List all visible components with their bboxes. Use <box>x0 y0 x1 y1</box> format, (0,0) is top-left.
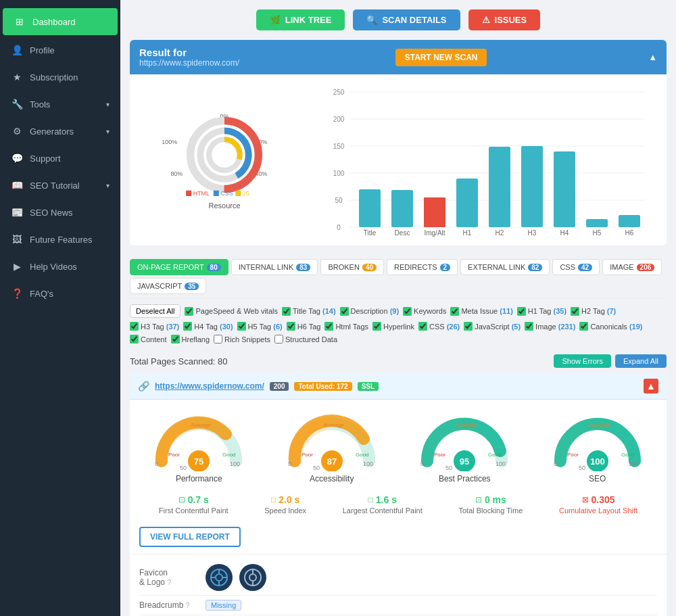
sidebar-item-dashboard[interactable]: ⊞ Dashboard <box>3 8 118 35</box>
result-title: Result for <box>139 47 239 58</box>
lcp-label: Largest Contentful Paint <box>343 506 422 515</box>
filter-description[interactable]: Description (9) <box>340 307 400 316</box>
favicon-help-icon[interactable]: ? <box>167 579 171 586</box>
best-practices-gauge: Poor Avarage Good 0 50 100 95 <box>417 410 512 471</box>
svg-text:75: 75 <box>194 456 203 467</box>
expand-all-button[interactable]: Expand All <box>615 354 667 368</box>
svg-rect-31 <box>391 190 413 227</box>
scan-icon: 🔍 <box>366 15 377 25</box>
filter-html-tags[interactable]: Html Tags <box>324 322 368 331</box>
filter-h3-tag[interactable]: H3 Tag (37) <box>130 322 179 331</box>
si-label: Speed Index <box>264 506 306 515</box>
filter-javascript[interactable]: JavaScript (5) <box>464 322 521 331</box>
chevron-down-icon: ▾ <box>106 128 110 135</box>
tab-redirects[interactable]: REDIRECTS 2 <box>387 259 458 275</box>
warning-icon: ⚠ <box>482 15 490 25</box>
sidebar-item-help-videos[interactable]: ▶ Help Videos <box>0 253 120 280</box>
collapse-icon[interactable]: ▲ <box>648 52 657 62</box>
view-full-report-button[interactable]: VIEW FULL REPORT <box>139 527 241 547</box>
filter-h5-tag[interactable]: H5 Tag (6) <box>237 322 283 331</box>
tab-css[interactable]: CSS 42 <box>552 259 600 275</box>
filter-keywords[interactable]: Keywords <box>403 307 446 316</box>
gauge-accessibility: Poor Avarage Good 0 50 100 87 Accessibil… <box>285 410 379 483</box>
tab-broken[interactable]: BROKEN 40 <box>320 259 384 275</box>
tab-internal-link[interactable]: INTERNAL LINK 83 <box>231 259 318 275</box>
filter-content[interactable]: Content <box>130 335 167 343</box>
filter-css[interactable]: CSS (26) <box>418 322 460 331</box>
sidebar-item-profile[interactable]: 👤 Profile <box>0 37 120 64</box>
svg-text:H3: H3 <box>528 229 537 237</box>
main-content: 🌿 LINK TREE 🔍 SCAN DETAILS ⚠ ISSUES Resu… <box>120 0 676 616</box>
tab-on-page-report[interactable]: ON-PAGE REPORT 80 <box>130 259 228 275</box>
svg-text:87: 87 <box>327 456 337 467</box>
tab-image[interactable]: IMAGE 206 <box>602 259 662 275</box>
filter-image[interactable]: Image (231) <box>525 322 575 331</box>
filter-hyperlink[interactable]: Hyperlink <box>372 322 414 331</box>
svg-text:100: 100 <box>590 456 605 467</box>
result-card: Result for https://www.spidernow.com/ ST… <box>130 40 667 245</box>
generators-icon: ⚙ <box>11 125 23 137</box>
sidebar-item-seo-tutorial[interactable]: 📖 SEO Tutorial ▾ <box>0 172 120 199</box>
breadcrumb-help-icon[interactable]: ? <box>186 602 190 609</box>
sidebar-item-subscription[interactable]: ★ Subscription <box>0 64 120 91</box>
show-errors-button[interactable]: Show Errors <box>554 354 611 368</box>
tools-icon: 🔧 <box>11 98 23 110</box>
donut-chart: 0% 20% 40% 60% 80% 100% <box>157 111 292 199</box>
link-tree-button[interactable]: 🌿 LINK TREE <box>256 9 345 30</box>
metric-lcp: □ 1.6 s Largest Contentful Paint <box>343 494 422 515</box>
svg-text:Desc: Desc <box>395 229 410 237</box>
svg-text:250: 250 <box>333 89 345 96</box>
badge-total-used: Total Used: 172 <box>294 382 352 391</box>
filter-hreflang[interactable]: Hreflang <box>171 335 210 343</box>
pages-scanned-row: Total Pages Scanned: 80 Show Errors Expa… <box>130 349 667 373</box>
result-body: 0% 20% 40% 60% 80% 100% <box>130 74 667 245</box>
svg-text:200: 200 <box>333 116 345 123</box>
filter-structured-data[interactable]: Structured Data <box>274 335 337 343</box>
svg-text:CSS: CSS <box>220 190 233 197</box>
sidebar-item-faqs[interactable]: ❓ FAQ's <box>0 280 120 307</box>
top-navigation: 🌿 LINK TREE 🔍 SCAN DETAILS ⚠ ISSUES <box>120 0 676 40</box>
filter-pagespeed[interactable]: PageSpeed & Web vitals <box>185 307 277 316</box>
seo-gauge: Poor Avarage Good 0 50 100 100 <box>550 410 645 471</box>
favicon-row: Favicon& Logo ? <box>139 560 657 596</box>
svg-text:Avarage: Avarage <box>191 422 211 428</box>
sidebar-item-generators[interactable]: ⚙ Generators ▾ <box>0 118 120 145</box>
sidebar-item-support[interactable]: 💬 Support <box>0 145 120 172</box>
sidebar-item-seo-news[interactable]: 📰 SEO News <box>0 199 120 226</box>
svg-text:50: 50 <box>335 197 343 204</box>
collapse-button[interactable]: ▲ <box>644 379 658 394</box>
metric-tbt: ⊡ 0 ms Total Blocking Time <box>458 494 523 515</box>
filter-rich-snippets[interactable]: Rich Snippets <box>214 335 270 343</box>
svg-rect-35 <box>424 197 445 227</box>
deselect-all-button[interactable]: Deselect All <box>130 304 180 318</box>
scan-details-button[interactable]: 🔍 SCAN DETAILS <box>353 9 460 30</box>
star-icon: ★ <box>11 71 23 83</box>
sidebar-item-tools[interactable]: 🔧 Tools ▾ <box>0 91 120 118</box>
sidebar-item-future-features[interactable]: 🖼 Future Features <box>0 226 120 253</box>
support-icon: 💬 <box>11 152 23 164</box>
svg-rect-39 <box>554 151 575 227</box>
svg-text:H2: H2 <box>496 229 504 237</box>
filter-h1-tag[interactable]: H1 Tag (35) <box>517 307 566 316</box>
filter-h6-tag[interactable]: H6 Tag <box>287 322 321 331</box>
sidebar-item-label: Future Features <box>30 235 93 245</box>
start-scan-button[interactable]: START NEW SCAN <box>395 49 487 66</box>
svg-text:Img/Alt: Img/Alt <box>424 229 445 237</box>
filter-canonicals[interactable]: Canonicals (19) <box>579 322 642 331</box>
filter-title-tag[interactable]: Title Tag (14) <box>282 307 336 316</box>
issues-button[interactable]: ⚠ ISSUES <box>468 9 541 30</box>
tab-javascript[interactable]: JAVASCRIPT 35 <box>130 278 206 294</box>
svg-text:0: 0 <box>288 460 291 467</box>
tab-external-link[interactable]: EXTERNAL LINK 82 <box>460 259 550 275</box>
filter-meta-issue[interactable]: Meta Issue (11) <box>450 307 512 316</box>
breadcrumb-missing-badge: Missing <box>206 600 241 611</box>
filter-h2-tag[interactable]: H2 Tag (7) <box>571 307 616 316</box>
site-card-url[interactable]: https://www.spidernow.com/ <box>155 381 264 391</box>
svg-rect-37 <box>489 147 510 227</box>
donut-legend-label: Resource <box>208 202 240 210</box>
metric-fcp: ⊡ 0.7 s First Contentful Paint <box>159 494 228 515</box>
gauge-best-practices: Poor Avarage Good 0 50 100 95 Best Pract… <box>417 410 512 483</box>
svg-text:H4: H4 <box>560 229 569 237</box>
svg-text:Good: Good <box>488 452 502 458</box>
filter-h4-tag[interactable]: H4 Tag (30) <box>183 322 233 331</box>
